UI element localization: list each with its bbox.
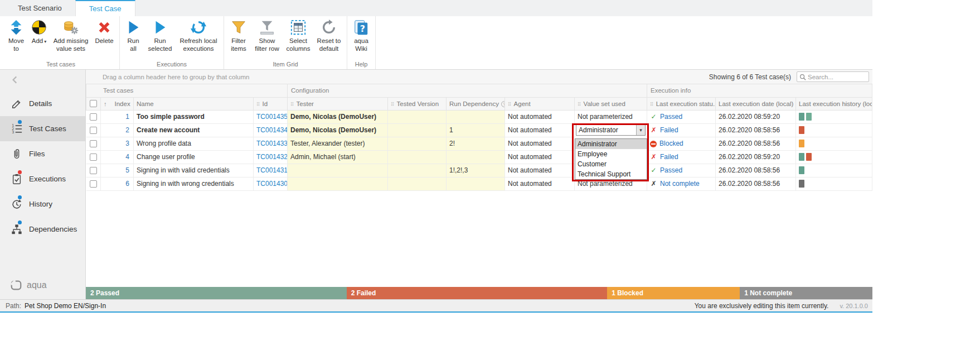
dropdown-option-customer[interactable]: Customer xyxy=(575,159,647,169)
filter-items-label: Filter items xyxy=(228,37,249,52)
sidebar-item-details[interactable]: Details xyxy=(0,91,85,116)
sidebar-item-files[interactable]: Files xyxy=(0,141,85,166)
cell-run-dependency[interactable]: 1!,2!,3 xyxy=(447,164,505,177)
test-case-grid: Drag a column header here to group by th… xyxy=(86,70,872,299)
sidebar-item-history[interactable]: History xyxy=(0,191,85,217)
add-missing-value-sets-button[interactable]: Add missing value sets xyxy=(51,17,91,52)
history-square xyxy=(799,140,804,147)
row-checkbox[interactable] xyxy=(90,113,97,121)
cell-run-dependency[interactable] xyxy=(447,177,505,190)
cell-tester[interactable] xyxy=(288,177,388,190)
status-link[interactable]: Failed xyxy=(660,126,678,134)
svg-text:3: 3 xyxy=(12,130,14,134)
select-columns-button[interactable]: Select columns xyxy=(284,17,313,52)
testcase-id-link[interactable]: TC001434 xyxy=(256,126,288,134)
status-link[interactable]: Failed xyxy=(660,153,678,161)
row-select-cell xyxy=(86,177,101,190)
run-selected-button[interactable]: Run selected xyxy=(145,17,175,52)
cell-tested-version[interactable] xyxy=(388,123,447,137)
cell-run-dependency[interactable] xyxy=(447,110,505,123)
column-header-run-dependency[interactable]: Run Dependency xyxy=(447,97,505,110)
cell-run-dependency[interactable]: 1 xyxy=(447,123,505,137)
ribbon-group-label: Executions xyxy=(123,60,221,69)
dropdown-option-employee[interactable]: Employee xyxy=(575,149,647,159)
cell-last-execution-date: 26.02.2020 08:58:56 xyxy=(716,123,796,137)
run-all-button[interactable]: Run all xyxy=(123,17,144,52)
collapse-sidebar-button[interactable] xyxy=(10,75,20,85)
cell-index: 1 xyxy=(101,110,134,123)
column-header-last-execution-status[interactable]: Last execution statu... xyxy=(647,97,716,110)
move-to-button[interactable]: Move to xyxy=(5,17,27,52)
column-header-value-set-used[interactable]: Value set used xyxy=(575,97,647,110)
status-link[interactable]: Passed xyxy=(660,166,682,174)
filter-items-button[interactable]: Filter items xyxy=(227,17,250,52)
ribbon-group-executions: Run all Run selected Refresh local execu… xyxy=(120,16,224,69)
sidebar-item-test-cases[interactable]: 123 Test Cases xyxy=(0,116,85,141)
cell-tested-version[interactable] xyxy=(388,164,447,177)
column-header-id[interactable]: Id xyxy=(254,97,288,110)
select-all-checkbox[interactable] xyxy=(90,100,97,107)
dropdown-option-technical-support[interactable]: Technical Support xyxy=(575,169,647,179)
cell-tested-version[interactable] xyxy=(388,177,447,190)
row-checkbox[interactable] xyxy=(90,140,97,147)
cell-tested-version[interactable] xyxy=(388,137,447,150)
sidebar-item-label: Files xyxy=(29,150,45,158)
table-row[interactable]: 3 Wrong profile data TC001433 Tester, Al… xyxy=(86,137,872,150)
testcase-id-link[interactable]: TC001435 xyxy=(256,113,288,121)
cell-tester[interactable]: Tester, Alexander (tester) xyxy=(288,137,388,150)
cell-tester[interactable]: Demo, Nicolas (DemoUser) xyxy=(288,110,388,123)
add-button[interactable]: Add xyxy=(28,17,50,45)
testcase-id-link[interactable]: TC001432 xyxy=(256,153,288,161)
status-link[interactable]: Blocked xyxy=(659,140,683,147)
cell-run-dependency[interactable] xyxy=(447,150,505,164)
run-all-label: Run all xyxy=(124,37,143,52)
testcase-id-link[interactable]: TC001433 xyxy=(256,140,288,147)
column-header-tested-version[interactable]: Tested Version xyxy=(388,97,447,110)
value-set-combobox[interactable]: Administrator xyxy=(576,124,646,136)
show-filter-row-label: Show filter row xyxy=(253,37,282,52)
column-header-tester[interactable]: Tester xyxy=(288,97,388,110)
cell-tester[interactable]: Admin, Michael (start) xyxy=(288,150,388,164)
cell-tested-version[interactable] xyxy=(388,150,447,164)
testcase-id-link[interactable]: TC001430 xyxy=(256,180,288,188)
table-row[interactable]: 2 Create new account TC001434 Demo, Nico… xyxy=(86,123,872,137)
aqua-wiki-button[interactable]: ? aqua Wiki xyxy=(350,17,372,52)
reset-to-default-button[interactable]: Reset to default xyxy=(314,17,344,52)
sidebar-item-executions[interactable]: Executions xyxy=(0,166,85,191)
status-link[interactable]: Passed xyxy=(660,113,682,121)
status-link[interactable]: Not complete xyxy=(660,180,700,188)
testcase-id-link[interactable]: TC001431 xyxy=(256,166,288,174)
tab-test-case[interactable]: Test Case xyxy=(75,0,135,16)
search-input[interactable] xyxy=(808,74,866,80)
sidebar-item-label: Test Cases xyxy=(29,124,66,133)
column-header-name[interactable]: Name xyxy=(134,97,254,110)
delete-button[interactable]: Delete xyxy=(92,17,117,45)
column-header-index[interactable]: Index xyxy=(101,97,134,110)
table-row[interactable]: 1 Too simple password TC001435 Demo, Nic… xyxy=(86,110,872,123)
cell-tester[interactable]: Demo, Nicolas (DemoUser) xyxy=(288,123,388,137)
refresh-local-executions-button[interactable]: Refresh local executions xyxy=(176,17,221,52)
dropdown-option-administrator[interactable]: Administrator xyxy=(575,139,647,149)
cell-run-dependency[interactable]: 2! xyxy=(447,137,505,150)
cell-agent: Not automated xyxy=(505,123,575,137)
table-row[interactable]: 4 Change user profile TC001432 Admin, Mi… xyxy=(86,150,872,164)
tab-test-scenario[interactable]: Test Scenario xyxy=(4,0,75,16)
row-checkbox[interactable] xyxy=(90,154,97,161)
column-header-agent[interactable]: Agent xyxy=(505,97,575,110)
cell-tester[interactable] xyxy=(288,164,388,177)
column-header-last-execution-date[interactable]: Last execution date (local) xyxy=(716,97,796,110)
column-header-last-execution-history[interactable]: Last execution history (local) xyxy=(796,97,872,110)
table-row[interactable]: 6 Signing in with wrong credentials TC00… xyxy=(86,177,872,190)
search-box[interactable] xyxy=(797,71,869,82)
help-icon[interactable] xyxy=(501,101,505,107)
row-checkbox[interactable] xyxy=(90,127,97,134)
table-row[interactable]: 5 Signing in with valid credentials TC00… xyxy=(86,164,872,177)
combobox-dropdown-button[interactable] xyxy=(636,125,645,135)
group-by-hint: Drag a column header here to group by th… xyxy=(103,74,249,80)
show-filter-row-button[interactable]: Show filter row xyxy=(251,17,283,52)
sidebar-item-dependencies[interactable]: Dependencies xyxy=(0,217,85,242)
cell-tested-version[interactable] xyxy=(388,110,447,123)
row-checkbox[interactable] xyxy=(90,180,97,188)
run-selected-icon xyxy=(152,19,168,36)
row-checkbox[interactable] xyxy=(90,167,97,174)
